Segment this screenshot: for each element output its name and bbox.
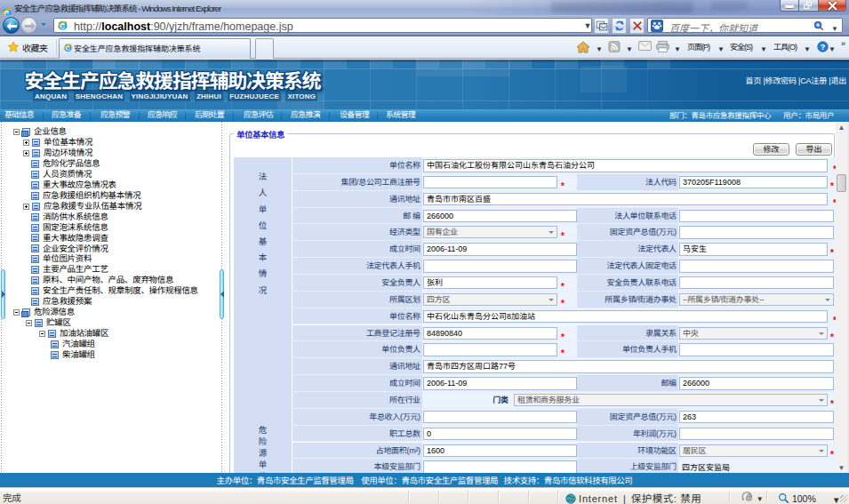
svg-text:?: ? <box>821 43 825 52</box>
